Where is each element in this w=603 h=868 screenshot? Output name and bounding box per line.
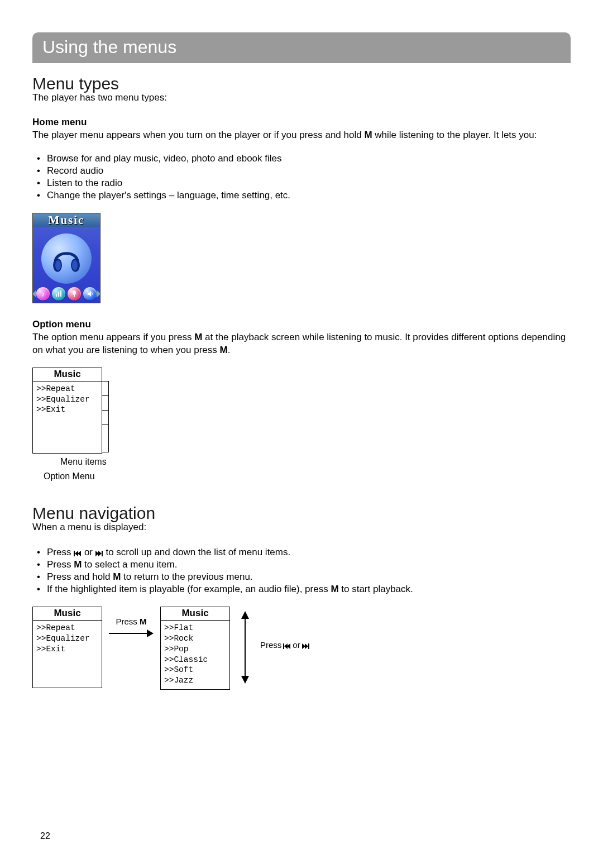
text-fragment: Press: [47, 559, 74, 570]
menu-item: >>Soft: [164, 665, 227, 675]
svg-marker-20: [241, 676, 249, 684]
text-fragment: to select a menu item.: [82, 559, 177, 570]
bullet-item: Press and hold M to return to the previo…: [35, 571, 571, 583]
bullet-item: Browse for and play music, video, photo …: [35, 152, 571, 165]
menu-item: >>Exit: [36, 644, 99, 655]
headphones-icon: [49, 240, 84, 276]
section-banner: Using the menus: [32, 32, 571, 63]
music-home-icon: Music ♪: [32, 213, 100, 303]
svg-point-7: [73, 290, 76, 295]
svg-rect-26: [308, 643, 309, 649]
music-icon-title: Music: [33, 213, 100, 227]
skip-forward-icon: [302, 640, 310, 650]
menu-item: >>Rock: [164, 633, 227, 644]
menu-item: >>Flat: [164, 623, 227, 633]
svg-rect-8: [74, 294, 75, 297]
menu-item: >>Pop: [164, 644, 227, 655]
text-fragment: to start playback.: [339, 584, 413, 594]
home-menu-label: Home menu: [32, 117, 571, 128]
bullet-item: Change the player's settings – language,…: [35, 189, 571, 202]
m-key: M: [364, 130, 372, 140]
double-arrow-vertical-icon: [240, 611, 250, 684]
bracket-ticks: [102, 381, 109, 452]
home-menu-text: The player menu appears when you turn on…: [32, 129, 571, 141]
text-fragment: Press and hold: [47, 571, 113, 582]
heading-menu-navigation: Menu navigation: [32, 504, 571, 523]
svg-marker-14: [98, 551, 102, 556]
home-bullets: Browse for and play music, video, photo …: [35, 152, 571, 202]
note-icon: ♪: [36, 287, 50, 301]
skip-forward-icon: [95, 547, 103, 557]
menu-box-title: Music: [33, 368, 102, 381]
text-fragment: or: [82, 547, 95, 557]
nav-menu-right: Music >>Flat >>Rock >>Pop >>Classic >>So…: [160, 607, 230, 690]
skip-back-icon: [283, 640, 291, 650]
menu-item: >>Repeat: [36, 384, 99, 394]
bullet-item: If the highlighted item is playable (for…: [35, 583, 571, 595]
svg-rect-5: [58, 292, 59, 297]
option-menu-text: The option menu appears if you press M a…: [32, 331, 571, 356]
text-fragment: .: [228, 345, 231, 355]
svg-rect-10: [74, 551, 75, 556]
nav-menu-left: Music >>Repeat >>Equalizer >>Exit: [32, 607, 102, 688]
bullet-item: Press M to select a menu item.: [35, 559, 571, 571]
caption-option-menu: Option Menu: [44, 471, 571, 481]
arrow-right-icon: [109, 628, 154, 638]
svg-marker-9: [88, 291, 91, 297]
svg-marker-17: [147, 629, 154, 637]
bars-icon: [52, 287, 65, 301]
text-fragment: Press: [116, 617, 140, 626]
text-fragment: The option menu appears if you press: [32, 332, 194, 342]
svg-rect-21: [283, 643, 284, 649]
bullet-item: Record audio: [35, 165, 571, 177]
menu-item: >>Jazz: [164, 675, 227, 686]
bullet-item: Press or to scroll up and down the list …: [35, 546, 571, 559]
svg-marker-25: [305, 643, 308, 649]
m-key: M: [331, 584, 338, 594]
svg-rect-15: [102, 551, 103, 556]
option-menu-label: Option menu: [32, 319, 571, 330]
text-fragment: or: [293, 640, 300, 650]
text-fragment: while listening to the player. It lets y…: [372, 130, 537, 140]
text-fragment: Press: [260, 640, 281, 650]
svg-point-2: [55, 260, 61, 270]
press-skip-label: Press or: [250, 607, 310, 650]
menu-item: >>Equalizer: [36, 394, 99, 405]
text-fragment: The player menu appears when you turn on…: [32, 130, 364, 140]
caption-menu-items: Menu items: [60, 457, 571, 467]
svg-marker-18: [241, 611, 249, 619]
heading-menu-types: Menu types: [32, 74, 571, 93]
bullet-item: Listen to the radio: [35, 177, 571, 189]
speaker-icon: [83, 287, 97, 301]
page-number: 22: [40, 831, 50, 841]
option-menu-box: Music >>Repeat >>Equalizer >>Exit: [32, 368, 102, 454]
text-fragment: If the highlighted item is playable (for…: [47, 584, 331, 594]
press-m-label: Press M: [116, 617, 146, 626]
svg-rect-4: [56, 294, 57, 297]
mic-icon: [68, 287, 81, 301]
m-key: M: [113, 571, 121, 582]
menu-item: >>Exit: [36, 404, 99, 415]
m-key: M: [74, 559, 82, 570]
skip-back-icon: [74, 547, 82, 557]
nav-diagram: Music >>Repeat >>Equalizer >>Exit Press …: [32, 607, 571, 690]
text-fragment: to scroll up and down the list of menu i…: [103, 547, 290, 557]
menu-box-title: Music: [33, 607, 102, 621]
menu-item: >>Classic: [164, 655, 227, 665]
m-key: M: [219, 345, 227, 355]
menu-box-title: Music: [161, 607, 229, 621]
text-fragment: to return to the previous menu.: [121, 571, 252, 582]
menu-item: >>Equalizer: [36, 633, 99, 644]
m-key: M: [194, 332, 202, 342]
menu-item: >>Repeat: [36, 623, 99, 633]
m-key: M: [140, 617, 147, 626]
text-fragment: Press: [47, 547, 74, 557]
intro-text: The player has two menu types:: [32, 92, 571, 103]
nav-bullets: Press or to scroll up and down the list …: [35, 546, 571, 595]
svg-rect-6: [60, 290, 61, 297]
intro-text: When a menu is displayed:: [32, 522, 571, 533]
svg-point-3: [72, 260, 78, 270]
